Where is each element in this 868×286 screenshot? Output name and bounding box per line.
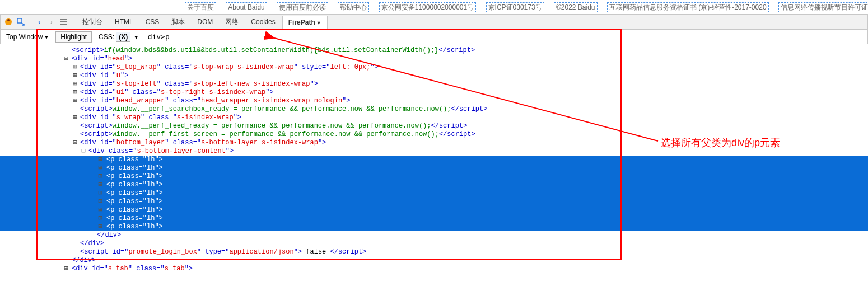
twisty-closed-icon[interactable]: ⊞ [97,164,104,172]
twisty-closed-icon[interactable]: ⊞ [97,172,104,181]
tab-script[interactable]: 脚本 [166,15,190,29]
top-window-select[interactable]: Top Window▼ [3,32,52,42]
footer-link[interactable]: ©2022 Baidu [554,2,598,12]
footer-link[interactable]: 互联网药品信息服务资格证书 (京)-经营性-2017-0020 [607,2,769,12]
twisty-closed-icon[interactable]: ⊞ [97,214,104,223]
twisty-closed-icon[interactable]: ⊞ [97,223,104,231]
tab-cookies[interactable]: Cookies [245,16,281,28]
tree-row[interactable]: </div> [0,256,868,265]
tab-css[interactable]: CSS [140,16,165,28]
tree-row[interactable]: ⊞<div id="s_tab" class="s_tab"> [0,265,868,273]
footer-link[interactable]: About Baidu [226,2,267,12]
twisty-closed-icon[interactable]: ⊞ [72,72,78,80]
tree-row[interactable]: <script>if(window.bds&&bds.util&&bds.uti… [0,46,868,55]
twisty-open-icon[interactable]: ⊟ [63,55,69,63]
nav-forward-icon[interactable]: › [46,16,57,27]
firepath-subbar: Top Window▼ Highlight CSS: (X) ▼ [0,30,868,44]
footer-link[interactable]: 京ICP证030173号 [486,2,544,12]
dom-tree[interactable]: <script>if(window.bds&&bds.util&&bds.uti… [0,44,868,276]
tree-row[interactable]: </div> [0,231,868,240]
tab-html[interactable]: HTML [109,16,139,28]
twisty-closed-icon[interactable]: ⊞ [97,206,104,214]
tab-net[interactable]: 网络 [220,15,244,29]
tree-row-selected[interactable]: ⊞<p class="lh"> [0,206,868,214]
tree-row[interactable]: ⊞<div id="u"> [0,72,868,80]
tree-row-selected[interactable]: ⊞<p class="lh"> [0,164,868,172]
list-icon[interactable] [58,16,69,27]
twisty-closed-icon[interactable]: ⊞ [97,198,104,206]
twisty-closed-icon[interactable]: ⊞ [72,97,78,105]
tree-row[interactable]: <script>window.__perf_feed_ready = perfo… [0,122,868,130]
chevron-down-icon: ▼ [134,35,139,40]
tree-row-selected[interactable]: ⊞<p class="lh"> [0,198,868,206]
twisty-closed-icon[interactable]: ⊞ [72,114,78,122]
page-footer-fragment: 关于百度 About Baidu 使用百度前必读 帮助中心 京公网安备11000… [0,0,868,14]
selector-type[interactable]: CSS: (X) ▼ [95,32,142,42]
footer-link[interactable]: 使用百度前必读 [277,2,328,12]
footer-link[interactable]: 关于百度 [185,2,216,12]
tab-console[interactable]: 控制台 [77,15,108,29]
firebug-toolbar: ‹ › 控制台 HTML CSS 脚本 DOM 网络 Cookies FireP… [0,14,868,30]
tree-row[interactable]: ⊞<div id="s_top_wrap" class="s-top-wrap … [0,63,868,72]
chevron-down-icon: ▼ [316,20,321,26]
svg-point-1 [7,19,10,21]
css-badge: (X) [116,32,130,42]
tree-row[interactable]: </div> [0,240,868,248]
tab-firepath[interactable]: FirePath▼ [282,16,328,29]
footer-link[interactable]: 京公网安备11000002000001号 [379,2,476,12]
twisty-closed-icon[interactable]: ⊞ [97,181,104,189]
tree-row-selected[interactable]: ⊞<p class="lh"> [0,214,868,223]
footer-link[interactable]: 信息网络传播视听节目许可证 0110 [778,2,868,12]
chevron-down-icon: ▼ [44,35,49,40]
tree-row-selected[interactable]: ⊞<p class="lh"> [0,181,868,189]
tree-row-selected[interactable]: ⊞<p class="lh"> [0,223,868,231]
twisty-closed-icon[interactable]: ⊞ [72,63,78,72]
nav-back-icon[interactable]: ‹ [34,16,45,27]
tree-row-selected[interactable]: ⊞<p class="lh"> [0,172,868,181]
tree-row[interactable]: ⊟<div id="head"> [0,55,868,63]
twisty-closed-icon[interactable]: ⊞ [63,265,69,273]
tree-row[interactable]: ⊞<div id="s-top-left" class="s-top-left-… [0,80,868,88]
twisty-closed-icon[interactable]: ⊞ [72,80,78,88]
tree-row-selected[interactable]: ⊞<p class="lh"> [0,156,868,164]
selector-input[interactable] [146,31,605,42]
tree-row[interactable]: ⊞<div id="s_wrap" class="s-isindex-wrap"… [0,114,868,122]
firebug-icon[interactable] [3,16,14,27]
tree-row-selected[interactable]: ⊞<p class="lh"> [0,189,868,198]
twisty-closed-icon[interactable]: ⊞ [97,156,104,164]
twisty-closed-icon[interactable]: ⊞ [97,189,104,198]
tree-row[interactable]: <script>window.__perf_searchbox_ready = … [0,105,868,114]
inspect-icon[interactable] [15,16,26,27]
tree-row[interactable]: ⊞<div id="u1" class="s-top-right s-isind… [0,88,868,97]
tab-dom[interactable]: DOM [192,16,218,28]
annotation-label: 选择所有父类为div的p元素 [661,136,780,149]
highlight-button[interactable]: Highlight [55,31,92,43]
twisty-closed-icon[interactable]: ⊞ [72,88,78,97]
footer-link[interactable]: 帮助中心 [338,2,369,12]
twisty-open-icon[interactable]: ⊟ [72,139,78,147]
tree-row[interactable]: ⊞<div id="head_wrapper" class="head_wrap… [0,97,868,105]
tree-row[interactable]: <script id="promote_login_box" type="app… [0,248,868,256]
twisty-open-icon[interactable]: ⊟ [80,147,87,156]
